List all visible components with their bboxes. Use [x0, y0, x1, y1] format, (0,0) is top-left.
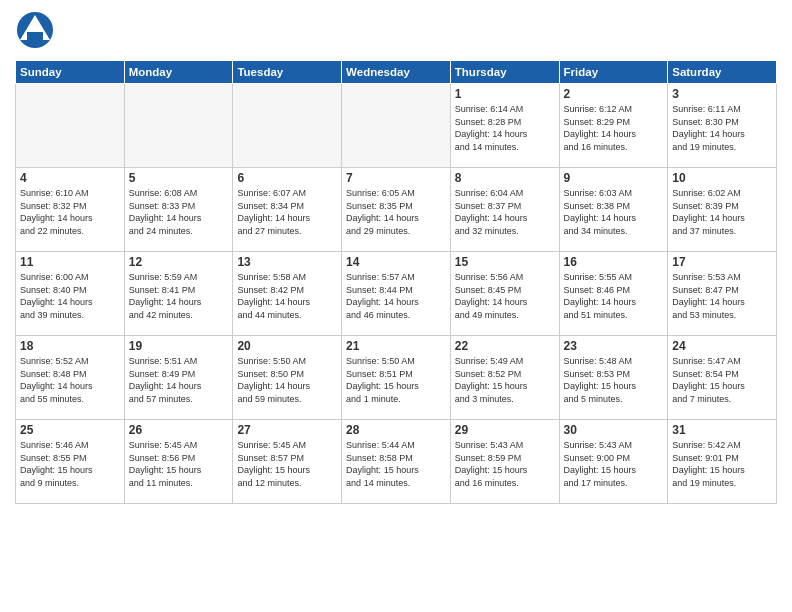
col-header-tuesday: Tuesday: [233, 61, 342, 84]
day-info: Sunrise: 5:42 AMSunset: 9:01 PMDaylight:…: [672, 439, 772, 489]
day-info: Sunrise: 5:45 AMSunset: 8:57 PMDaylight:…: [237, 439, 337, 489]
day-info: Sunrise: 5:43 AMSunset: 8:59 PMDaylight:…: [455, 439, 555, 489]
day-info: Sunrise: 6:00 AMSunset: 8:40 PMDaylight:…: [20, 271, 120, 321]
day-info: Sunrise: 6:05 AMSunset: 8:35 PMDaylight:…: [346, 187, 446, 237]
day-number: 7: [346, 171, 446, 185]
day-cell: 17Sunrise: 5:53 AMSunset: 8:47 PMDayligh…: [668, 252, 777, 336]
day-info: Sunrise: 5:48 AMSunset: 8:53 PMDaylight:…: [564, 355, 664, 405]
day-info: Sunrise: 6:14 AMSunset: 8:28 PMDaylight:…: [455, 103, 555, 153]
day-cell: 29Sunrise: 5:43 AMSunset: 8:59 PMDayligh…: [450, 420, 559, 504]
col-header-wednesday: Wednesday: [342, 61, 451, 84]
col-header-saturday: Saturday: [668, 61, 777, 84]
col-header-monday: Monday: [124, 61, 233, 84]
day-number: 21: [346, 339, 446, 353]
day-info: Sunrise: 5:55 AMSunset: 8:46 PMDaylight:…: [564, 271, 664, 321]
svg-rect-2: [27, 32, 43, 40]
day-number: 15: [455, 255, 555, 269]
day-cell: 8Sunrise: 6:04 AMSunset: 8:37 PMDaylight…: [450, 168, 559, 252]
page: SundayMondayTuesdayWednesdayThursdayFrid…: [0, 0, 792, 612]
day-cell: 31Sunrise: 5:42 AMSunset: 9:01 PMDayligh…: [668, 420, 777, 504]
day-number: 16: [564, 255, 664, 269]
day-number: 14: [346, 255, 446, 269]
day-info: Sunrise: 6:07 AMSunset: 8:34 PMDaylight:…: [237, 187, 337, 237]
day-number: 3: [672, 87, 772, 101]
day-info: Sunrise: 5:52 AMSunset: 8:48 PMDaylight:…: [20, 355, 120, 405]
day-number: 18: [20, 339, 120, 353]
day-number: 12: [129, 255, 229, 269]
day-info: Sunrise: 6:02 AMSunset: 8:39 PMDaylight:…: [672, 187, 772, 237]
col-header-thursday: Thursday: [450, 61, 559, 84]
week-row-2: 4Sunrise: 6:10 AMSunset: 8:32 PMDaylight…: [16, 168, 777, 252]
day-cell: [233, 84, 342, 168]
day-number: 9: [564, 171, 664, 185]
day-number: 31: [672, 423, 772, 437]
day-number: 1: [455, 87, 555, 101]
day-cell: 20Sunrise: 5:50 AMSunset: 8:50 PMDayligh…: [233, 336, 342, 420]
day-cell: 22Sunrise: 5:49 AMSunset: 8:52 PMDayligh…: [450, 336, 559, 420]
day-info: Sunrise: 6:08 AMSunset: 8:33 PMDaylight:…: [129, 187, 229, 237]
day-cell: 16Sunrise: 5:55 AMSunset: 8:46 PMDayligh…: [559, 252, 668, 336]
day-number: 19: [129, 339, 229, 353]
day-info: Sunrise: 5:56 AMSunset: 8:45 PMDaylight:…: [455, 271, 555, 321]
day-number: 23: [564, 339, 664, 353]
day-cell: 15Sunrise: 5:56 AMSunset: 8:45 PMDayligh…: [450, 252, 559, 336]
day-cell: 2Sunrise: 6:12 AMSunset: 8:29 PMDaylight…: [559, 84, 668, 168]
day-cell: 28Sunrise: 5:44 AMSunset: 8:58 PMDayligh…: [342, 420, 451, 504]
day-cell: 11Sunrise: 6:00 AMSunset: 8:40 PMDayligh…: [16, 252, 125, 336]
day-number: 11: [20, 255, 120, 269]
day-number: 10: [672, 171, 772, 185]
day-info: Sunrise: 5:43 AMSunset: 9:00 PMDaylight:…: [564, 439, 664, 489]
day-number: 24: [672, 339, 772, 353]
day-number: 2: [564, 87, 664, 101]
day-cell: 21Sunrise: 5:50 AMSunset: 8:51 PMDayligh…: [342, 336, 451, 420]
day-info: Sunrise: 5:47 AMSunset: 8:54 PMDaylight:…: [672, 355, 772, 405]
day-info: Sunrise: 5:50 AMSunset: 8:51 PMDaylight:…: [346, 355, 446, 405]
day-cell: 23Sunrise: 5:48 AMSunset: 8:53 PMDayligh…: [559, 336, 668, 420]
week-row-3: 11Sunrise: 6:00 AMSunset: 8:40 PMDayligh…: [16, 252, 777, 336]
day-number: 17: [672, 255, 772, 269]
day-number: 28: [346, 423, 446, 437]
day-info: Sunrise: 5:44 AMSunset: 8:58 PMDaylight:…: [346, 439, 446, 489]
week-row-5: 25Sunrise: 5:46 AMSunset: 8:55 PMDayligh…: [16, 420, 777, 504]
day-cell: 7Sunrise: 6:05 AMSunset: 8:35 PMDaylight…: [342, 168, 451, 252]
day-info: Sunrise: 5:50 AMSunset: 8:50 PMDaylight:…: [237, 355, 337, 405]
day-cell: 13Sunrise: 5:58 AMSunset: 8:42 PMDayligh…: [233, 252, 342, 336]
day-info: Sunrise: 6:03 AMSunset: 8:38 PMDaylight:…: [564, 187, 664, 237]
day-info: Sunrise: 5:51 AMSunset: 8:49 PMDaylight:…: [129, 355, 229, 405]
day-cell: 1Sunrise: 6:14 AMSunset: 8:28 PMDaylight…: [450, 84, 559, 168]
day-cell: 6Sunrise: 6:07 AMSunset: 8:34 PMDaylight…: [233, 168, 342, 252]
day-cell: 10Sunrise: 6:02 AMSunset: 8:39 PMDayligh…: [668, 168, 777, 252]
day-number: 5: [129, 171, 229, 185]
day-number: 4: [20, 171, 120, 185]
day-cell: [16, 84, 125, 168]
day-number: 6: [237, 171, 337, 185]
day-info: Sunrise: 6:12 AMSunset: 8:29 PMDaylight:…: [564, 103, 664, 153]
day-cell: 25Sunrise: 5:46 AMSunset: 8:55 PMDayligh…: [16, 420, 125, 504]
day-cell: 24Sunrise: 5:47 AMSunset: 8:54 PMDayligh…: [668, 336, 777, 420]
day-cell: 5Sunrise: 6:08 AMSunset: 8:33 PMDaylight…: [124, 168, 233, 252]
day-cell: [124, 84, 233, 168]
day-number: 27: [237, 423, 337, 437]
header-row: SundayMondayTuesdayWednesdayThursdayFrid…: [16, 61, 777, 84]
day-cell: 19Sunrise: 5:51 AMSunset: 8:49 PMDayligh…: [124, 336, 233, 420]
day-cell: 27Sunrise: 5:45 AMSunset: 8:57 PMDayligh…: [233, 420, 342, 504]
day-cell: 18Sunrise: 5:52 AMSunset: 8:48 PMDayligh…: [16, 336, 125, 420]
day-number: 8: [455, 171, 555, 185]
logo: [15, 10, 55, 54]
day-info: Sunrise: 6:11 AMSunset: 8:30 PMDaylight:…: [672, 103, 772, 153]
calendar: SundayMondayTuesdayWednesdayThursdayFrid…: [15, 60, 777, 504]
day-info: Sunrise: 5:46 AMSunset: 8:55 PMDaylight:…: [20, 439, 120, 489]
day-cell: 9Sunrise: 6:03 AMSunset: 8:38 PMDaylight…: [559, 168, 668, 252]
day-number: 29: [455, 423, 555, 437]
day-number: 30: [564, 423, 664, 437]
col-header-sunday: Sunday: [16, 61, 125, 84]
day-cell: 26Sunrise: 5:45 AMSunset: 8:56 PMDayligh…: [124, 420, 233, 504]
day-info: Sunrise: 5:49 AMSunset: 8:52 PMDaylight:…: [455, 355, 555, 405]
day-info: Sunrise: 6:10 AMSunset: 8:32 PMDaylight:…: [20, 187, 120, 237]
day-cell: 14Sunrise: 5:57 AMSunset: 8:44 PMDayligh…: [342, 252, 451, 336]
day-info: Sunrise: 5:59 AMSunset: 8:41 PMDaylight:…: [129, 271, 229, 321]
day-number: 22: [455, 339, 555, 353]
day-info: Sunrise: 5:45 AMSunset: 8:56 PMDaylight:…: [129, 439, 229, 489]
week-row-1: 1Sunrise: 6:14 AMSunset: 8:28 PMDaylight…: [16, 84, 777, 168]
day-number: 25: [20, 423, 120, 437]
